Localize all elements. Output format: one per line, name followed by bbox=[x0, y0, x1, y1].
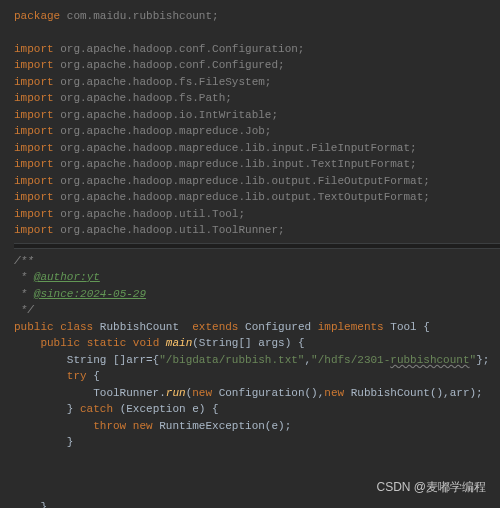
blank-line bbox=[14, 25, 500, 41]
keyword-package: package bbox=[14, 10, 60, 22]
javadoc-author: * @author:yt bbox=[14, 269, 500, 286]
toolrunner-call: ToolRunner.run(new Configuration(),new R… bbox=[14, 385, 500, 402]
catch-block: } catch (Exception e) { bbox=[14, 401, 500, 418]
brace-close: } bbox=[14, 434, 500, 451]
import-line: import org.apache.hadoop.io.IntWritable; bbox=[14, 107, 500, 124]
code-editor[interactable]: package com.maidu.rubbishcount; import o… bbox=[0, 0, 500, 508]
import-line: import org.apache.hadoop.mapreduce.lib.o… bbox=[14, 189, 500, 206]
import-line: import org.apache.hadoop.conf.Configured… bbox=[14, 57, 500, 74]
import-line: import org.apache.hadoop.fs.FileSystem; bbox=[14, 74, 500, 91]
import-line: import org.apache.hadoop.mapreduce.lib.o… bbox=[14, 173, 500, 190]
try-block: try { bbox=[14, 368, 500, 385]
import-line: import org.apache.hadoop.conf.Configurat… bbox=[14, 41, 500, 58]
import-line: import org.apache.hadoop.mapreduce.lib.i… bbox=[14, 156, 500, 173]
import-line: import org.apache.hadoop.util.Tool; bbox=[14, 206, 500, 223]
method-close: } bbox=[14, 499, 500, 509]
throw-statement: throw new RuntimeException(e); bbox=[14, 418, 500, 435]
import-line: import org.apache.hadoop.util.ToolRunner… bbox=[14, 222, 500, 239]
import-line: import org.apache.hadoop.fs.Path; bbox=[14, 90, 500, 107]
javadoc-close: */ bbox=[14, 302, 500, 319]
watermark: CSDN @麦嘟学编程 bbox=[376, 478, 486, 496]
editor-separator bbox=[14, 243, 500, 249]
blank-line bbox=[14, 451, 500, 467]
array-declaration: String []arr={"/bigdata/rubbish.txt","/h… bbox=[14, 352, 500, 369]
import-line: import org.apache.hadoop.mapreduce.Job; bbox=[14, 123, 500, 140]
javadoc-since: * @since:2024-05-29 bbox=[14, 286, 500, 303]
import-line: import org.apache.hadoop.mapreduce.lib.i… bbox=[14, 140, 500, 157]
javadoc-open: /** bbox=[14, 253, 500, 270]
package-line: package com.maidu.rubbishcount; bbox=[14, 8, 500, 25]
class-declaration: public class RubbishCount extends Config… bbox=[14, 319, 500, 336]
main-method: public static void main(String[] args) { bbox=[14, 335, 500, 352]
